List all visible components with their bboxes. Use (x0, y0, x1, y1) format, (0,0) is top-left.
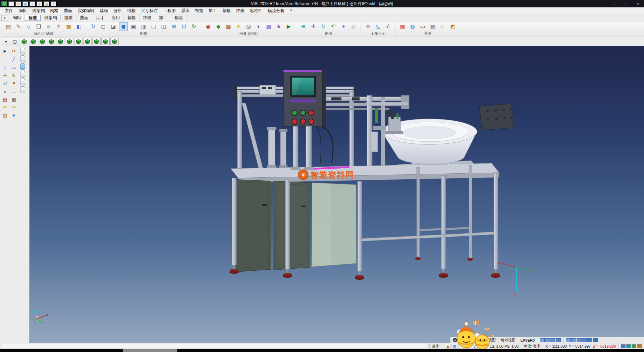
visi-logo[interactable]: V (1, 1, 7, 6)
workplane-origin-icon[interactable]: ✛ (364, 22, 372, 31)
tab-wireframe[interactable]: 线架构 (41, 15, 61, 21)
trim-icon[interactable]: ✂ (10, 47, 18, 55)
shaded-display-icon[interactable]: ◼ (119, 22, 128, 31)
menu-item[interactable]: 系统 (178, 7, 192, 14)
menu-item[interactable]: 文件 (2, 7, 16, 14)
menu-item[interactable]: 线架构 (30, 7, 48, 14)
snap-toggle[interactable]: 拴车 (429, 343, 442, 349)
view-iso-sw[interactable] (110, 38, 119, 45)
absolute-view-indicator[interactable]: 绝对视图 (498, 337, 518, 343)
materials-icon[interactable]: ◆ (214, 22, 223, 31)
attributes-icon[interactable]: ▤ (4, 22, 13, 31)
move-icon[interactable]: ✛ (1, 72, 9, 79)
export-icon[interactable]: ▼ (10, 112, 18, 119)
menu-item[interactable]: 分析 (111, 7, 125, 14)
layer-chip[interactable] (637, 344, 642, 348)
menu-item[interactable]: 建模 (97, 7, 111, 14)
wireframe-display-icon[interactable]: ◻ (99, 22, 108, 31)
transparency-icon[interactable]: ◨ (139, 22, 148, 31)
tab-flow[interactable]: 模流 (171, 15, 187, 21)
undo-icon[interactable]: ↶ (1, 104, 9, 111)
zoom-in-icon[interactable]: + (339, 22, 348, 31)
view-iso-nw[interactable] (92, 38, 101, 45)
machine-model[interactable] (229, 70, 514, 280)
view-iso-ne[interactable] (83, 38, 92, 45)
menu-item[interactable]: 模流分析 (265, 7, 287, 14)
menu-item[interactable]: 编辑 (16, 7, 30, 14)
maximize-button[interactable]: □ (620, 0, 632, 7)
palette-icon[interactable]: ▨ (44, 1, 50, 6)
view-back[interactable] (65, 38, 73, 45)
workplane-face-icon[interactable]: ◺ (374, 22, 382, 31)
capture-icon[interactable]: ◉ (37, 1, 43, 6)
active-layer-indicator[interactable]: LAYER0 (518, 337, 537, 343)
shaded-edges-display-icon[interactable]: ▣ (129, 22, 138, 31)
offset-icon[interactable]: ≡ (10, 80, 18, 87)
snap-settings-icon[interactable]: ∷ (438, 22, 447, 31)
view-menu-icon[interactable]: ≡ (2, 38, 10, 45)
menu-item[interactable]: 尺寸标注 (139, 7, 161, 14)
unlink-icon[interactable]: ≠ (54, 22, 63, 31)
view-axonometric[interactable] (20, 38, 28, 45)
view-iso-se[interactable] (101, 38, 110, 45)
copy-attributes-icon[interactable]: ❏ (34, 22, 43, 31)
line-icon[interactable]: ╱ (10, 55, 18, 63)
tab-edit[interactable]: 编辑 (9, 15, 25, 21)
menu-item[interactable]: 视窗 (192, 7, 206, 14)
zoom-all-icon[interactable]: ⊕ (299, 22, 308, 31)
new-document-icon[interactable]: ❏ (8, 1, 14, 6)
layer-filter-icon[interactable]: ▦ (64, 22, 73, 31)
globe-icon[interactable]: ◍ (408, 22, 417, 31)
menu-item[interactable]: 塑模 (220, 7, 233, 14)
tab-dimension[interactable]: 尺寸 (92, 15, 108, 21)
perspective-icon[interactable]: ◇ (349, 22, 358, 31)
close-button[interactable]: × (632, 0, 644, 7)
menu-item[interactable]: 电极 (125, 7, 139, 14)
menu-item[interactable]: 冲模 (233, 7, 247, 14)
layer-state-5[interactable] (20, 79, 25, 85)
layer-state-1[interactable] (20, 48, 25, 54)
menu-item[interactable]: 标准件 (247, 7, 265, 14)
view-plane-icon[interactable]: ▢ (11, 38, 19, 45)
select-icon[interactable]: ► (1, 47, 9, 55)
layer-chip[interactable] (626, 344, 631, 348)
color-grid-icon[interactable]: ▦ (398, 22, 407, 31)
layer-state-3[interactable] (20, 63, 25, 70)
layer-state-6[interactable] (20, 86, 25, 93)
bounding-box-icon[interactable]: ▢ (149, 22, 158, 31)
hidden-line-display-icon[interactable]: ◪ (109, 22, 118, 31)
camera-icon[interactable]: ◎ (244, 22, 253, 31)
menu-item[interactable]: 网格 (48, 7, 61, 14)
regen-icon[interactable]: ↻ (190, 22, 198, 31)
snapshot-icon[interactable]: ★ (274, 22, 283, 31)
circle-icon[interactable]: ○ (1, 63, 9, 71)
open-file-icon[interactable]: ▱ (15, 1, 21, 6)
tab-overflow-dropdown[interactable]: ▾ (1, 15, 8, 21)
animation-icon[interactable]: ▶ (284, 22, 293, 31)
grid-icon[interactable]: ▦ (428, 22, 437, 31)
tab-surface[interactable]: 曲面 (76, 15, 92, 21)
selection-filter-icon[interactable]: ◧ (74, 22, 83, 31)
rotate-icon[interactable]: ↻ (10, 72, 18, 79)
link-icon[interactable]: ∞ (44, 22, 53, 31)
background-icon[interactable]: ▨ (264, 22, 273, 31)
toolbar-options-icon[interactable]: ▾ (51, 1, 57, 6)
tab-standard[interactable]: 标准 (25, 15, 41, 21)
mirror-icon[interactable]: ⇄ (1, 80, 9, 87)
menu-item[interactable]: 加工 (206, 7, 220, 14)
filter-icon[interactable]: ▽ (24, 22, 33, 31)
view-top[interactable] (29, 38, 37, 45)
previous-view-icon[interactable]: ↶ (329, 22, 338, 31)
tab-modeling[interactable]: 建模 (61, 15, 76, 21)
tab-die[interactable]: 冲模 (140, 15, 155, 21)
print-icon[interactable]: ≡ (30, 1, 36, 6)
rectangle-icon[interactable]: ▭ (10, 63, 18, 71)
menu-item[interactable]: 工程图 (161, 7, 179, 14)
view-front[interactable] (38, 38, 46, 45)
layer-chip[interactable] (621, 344, 626, 348)
calculator-icon[interactable]: ▦ (10, 96, 18, 103)
redo-icon[interactable]: ↷ (10, 104, 18, 111)
menu-item[interactable]: 曲面 (61, 7, 75, 14)
workplane-3points-icon[interactable]: ∠ (384, 22, 392, 31)
pan-view-icon[interactable]: ✛ (309, 22, 318, 31)
